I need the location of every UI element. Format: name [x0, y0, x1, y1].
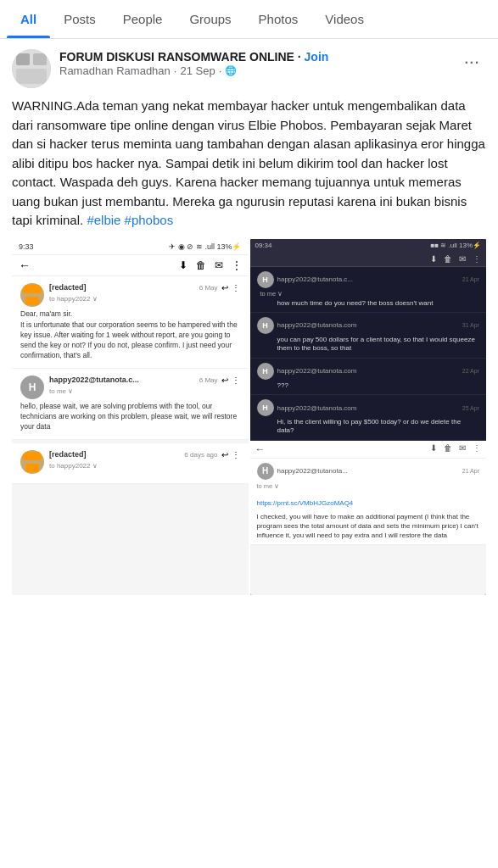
- screenshot-left: 9:33 ✈ ◉ ⊘ ≋ .ull 13%⚡ ← ⬇ 🗑 ✉ ⋮: [12, 239, 249, 595]
- chat-sender-2: happy2022@tutanota.com: [277, 321, 357, 329]
- tab-people[interactable]: People: [109, 0, 176, 38]
- tab-videos[interactable]: Videos: [311, 0, 378, 38]
- tab-all[interactable]: All: [7, 0, 50, 38]
- download-icon-b: ⬇: [430, 443, 437, 455]
- reply-icon-2: ↩: [221, 376, 228, 385]
- chat-top: 09:34 ■■ ≋ .ull 13%⚡ ⬇ 🗑 ✉ ⋮ H happy2022…: [250, 239, 487, 441]
- chat-avatar-2: H: [257, 317, 274, 334]
- back-icon-bottom[interactable]: ←: [255, 443, 266, 455]
- chat-date-1: 21 Apr: [462, 276, 479, 282]
- tab-photos[interactable]: Photos: [245, 0, 312, 38]
- download-icon: ⬇: [179, 259, 187, 271]
- chat-text-2: you can pay 500 dollars for a client tod…: [257, 336, 480, 353]
- join-button[interactable]: Join: [305, 50, 329, 64]
- sender-redacted: [redacted]: [49, 283, 87, 292]
- toolbar-right-top: ⬇ 🗑 ✉ ⋮: [250, 252, 487, 267]
- bottom-email: H happy2022@tutanota... 21 Apr to me ∨ h…: [250, 459, 487, 546]
- globe-icon: 🌐: [225, 65, 237, 76]
- icons-left: ✈ ◉ ⊘ ≋ .ull 13%⚡: [169, 242, 241, 251]
- chat-avatar-3: H: [257, 363, 274, 380]
- reply-icon-3: ↩: [221, 450, 228, 459]
- toolbar-right-bottom: ← ⬇ 🗑 ✉ ⋮: [250, 441, 487, 459]
- more-options-button[interactable]: ···: [457, 49, 486, 75]
- svg-rect-1: [16, 53, 30, 65]
- email-body-1: Dear, ma'am sir. It is unfortunate that …: [20, 309, 240, 361]
- back-icon[interactable]: ←: [19, 259, 31, 272]
- more-icon-1: ⋮: [232, 283, 240, 292]
- post-date: 21 Sep: [180, 64, 215, 77]
- chat-msg-2: H happy2022@tutanota.com 31 Apr you can …: [250, 313, 487, 359]
- chat-text-1: how much time do you need? the boss does…: [257, 299, 480, 308]
- status-bar-right: 09:34 ■■ ≋ .ull 13%⚡: [250, 239, 487, 252]
- sender-avatar-3: [20, 450, 44, 474]
- post-meta: FORUM DISKUSI RANSOMWARE ONLINE · Join R…: [59, 49, 457, 77]
- chat-bottom: ← ⬇ 🗑 ✉ ⋮ H happy2022@tutanota... 21 Apr…: [250, 441, 487, 595]
- email-item-2: H happy2022@tutanota.c... 6 May ↩ ⋮ to: [12, 369, 249, 440]
- trash-icon: 🗑: [196, 259, 206, 271]
- email-item-3: [redacted] 6 days ago ↩ ⋮ to happy2022 ∨: [12, 443, 249, 484]
- mail-icon-b: ✉: [459, 443, 466, 455]
- email-to-3: to happy2022 ∨: [49, 462, 240, 470]
- email-date-2: 6 May: [199, 376, 218, 384]
- screenshot-right: 09:34 ■■ ≋ .ull 13%⚡ ⬇ 🗑 ✉ ⋮ H happy2022…: [250, 239, 487, 595]
- chat-date-2: 31 Apr: [462, 322, 479, 328]
- sender-redacted-3: [redacted]: [49, 450, 87, 459]
- post: FORUM DISKUSI RANSOMWARE ONLINE · Join R…: [0, 39, 498, 605]
- tab-posts[interactable]: Posts: [50, 0, 109, 38]
- post-images: 9:33 ✈ ◉ ⊘ ≋ .ull 13%⚡ ← ⬇ 🗑 ✉ ⋮: [12, 239, 486, 595]
- svg-rect-3: [16, 69, 47, 84]
- sender-avatar-2: H: [20, 376, 44, 399]
- avatar-image: [12, 49, 51, 88]
- chat-sender-1: happy2022@tutanota.c...: [277, 275, 354, 283]
- toolbar-left: ← ⬇ 🗑 ✉ ⋮: [12, 255, 249, 276]
- phone-left: 9:33 ✈ ◉ ⊘ ≋ .ull 13%⚡ ← ⬇ 🗑 ✉ ⋮: [12, 239, 249, 595]
- chat-avatar-4: H: [257, 399, 274, 416]
- search-tabs: All Posts People Groups Photos Videos: [0, 0, 498, 39]
- group-name[interactable]: FORUM DISKUSI RANSOMWARE ONLINE · Join: [59, 49, 457, 64]
- more-icon-2: ⋮: [232, 376, 240, 385]
- more-icon-b: ⋮: [473, 443, 481, 455]
- svg-rect-2: [33, 53, 47, 65]
- time-left: 9:33: [19, 242, 34, 251]
- chat-date-3: 22 Apr: [462, 368, 479, 374]
- chat-date-4: 25 Apr: [462, 405, 479, 411]
- email-date-1: 6 May: [199, 284, 218, 292]
- bottom-body: I checked, you will have to make an addi…: [257, 512, 480, 541]
- sender-avatar-1: [20, 283, 44, 307]
- chat-avatar-1: H: [257, 271, 274, 288]
- chat-sender-3: happy2022@tutanota.com: [277, 367, 357, 375]
- more-icon-r: ⋮: [473, 254, 481, 264]
- chat-msg-3: H happy2022@tutanota.com 22 Apr ???: [250, 359, 487, 395]
- avatar: [12, 49, 51, 88]
- mail-icon: ✉: [215, 259, 223, 271]
- mail-icon-r: ✉: [459, 254, 466, 264]
- chat-text-4: Hi, is the client willing to pay $500 to…: [257, 418, 480, 436]
- tab-groups[interactable]: Groups: [176, 0, 244, 38]
- chat-msg-1: H happy2022@tutanota.c... 21 Apr to me ∨…: [250, 267, 487, 313]
- bottom-sender: happy2022@tutanota...: [277, 467, 348, 475]
- bottom-avatar: H: [257, 463, 274, 480]
- chat-msg-4: H happy2022@tutanota.com 25 Apr Hi, is t…: [250, 395, 487, 441]
- email-body-2: hello, please wait, we are solving probl…: [20, 402, 240, 432]
- bottom-date: 21 Apr: [462, 468, 479, 474]
- email-date-3: 6 days ago: [184, 451, 217, 459]
- battery-right: ■■ ≋ .ull 13%⚡: [430, 242, 481, 249]
- more-icon: ⋮: [232, 259, 242, 271]
- email-item-1: [redacted] 6 May ↩ ⋮ to happy2022 ∨: [12, 276, 249, 369]
- author-name: Ramadhan Ramadhan: [59, 64, 171, 77]
- email-to-1: to happy2022 ∨: [49, 295, 240, 303]
- sender-name-2: happy2022@tutanota.c...: [49, 376, 139, 385]
- trash-icon-r: 🗑: [444, 254, 452, 264]
- status-bar-left: 9:33 ✈ ◉ ⊘ ≋ .ull 13%⚡: [12, 239, 249, 255]
- post-header: FORUM DISKUSI RANSOMWARE ONLINE · Join R…: [12, 49, 486, 88]
- post-body: WARNING.Ada teman yang nekat membayar ha…: [12, 97, 486, 231]
- reply-icon-1: ↩: [221, 283, 228, 292]
- bottom-link[interactable]: https://prnt.sc/VMbHJGzoMAQ4: [257, 499, 354, 507]
- chat-sender-4: happy2022@tutanota.com: [277, 404, 357, 412]
- hashtags[interactable]: #elbie #phobos: [87, 213, 173, 227]
- author-line: Ramadhan Ramadhan · 21 Sep · 🌐: [59, 64, 457, 77]
- email-to-2: to me ∨: [49, 387, 240, 395]
- trash-icon-b: 🗑: [444, 443, 452, 455]
- more-icon-3: ⋮: [232, 450, 240, 459]
- chat-text-3: ???: [257, 381, 480, 390]
